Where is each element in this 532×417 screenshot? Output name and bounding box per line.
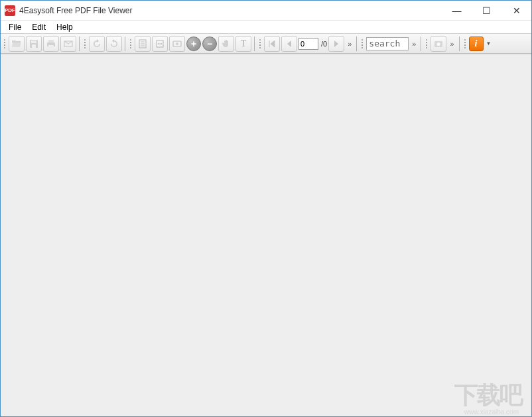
toolbar-grip[interactable] [3, 37, 7, 50]
fit-width-icon [155, 39, 165, 49]
overflow-chevron[interactable]: » [348, 40, 352, 48]
overflow-chevron[interactable]: » [450, 40, 454, 48]
titlebar: PDF 4Easysoft Free PDF File Viewer — ☐ ✕ [1, 1, 531, 21]
snapshot-icon [433, 39, 444, 49]
toolbar-group-info: i ▼ [469, 37, 492, 51]
actual-size-icon [172, 39, 182, 49]
fit-width-button[interactable] [152, 36, 168, 52]
menu-bar: File Edit Help [1, 21, 531, 34]
overflow-chevron[interactable]: » [412, 40, 416, 48]
toolbar-grip[interactable] [425, 37, 429, 50]
zoom-out-button[interactable]: − [202, 37, 217, 51]
fit-page-icon [137, 39, 148, 49]
svg-rect-4 [48, 40, 54, 42]
application-window: PDF 4Easysoft Free PDF File Viewer — ☐ ✕… [0, 0, 532, 417]
save-icon [29, 39, 39, 49]
next-page-icon [331, 39, 342, 49]
plus-icon: + [191, 39, 196, 49]
text-icon: T [241, 39, 247, 49]
first-page-button[interactable] [264, 36, 280, 52]
separator [79, 37, 80, 51]
toolbar-grip[interactable] [84, 37, 87, 50]
print-icon [46, 39, 56, 49]
minus-icon: − [207, 39, 212, 49]
separator [254, 37, 255, 51]
mail-icon [63, 39, 74, 49]
toolbar-group-search: » [366, 37, 418, 50]
save-button[interactable] [26, 36, 42, 52]
rotate-left-icon [92, 39, 102, 49]
close-button[interactable]: ✕ [501, 1, 531, 20]
print-button[interactable] [43, 36, 59, 52]
fit-page-button[interactable] [135, 36, 151, 52]
menu-help[interactable]: Help [51, 21, 78, 33]
maximize-button[interactable]: ☐ [472, 1, 501, 20]
search-input[interactable] [366, 37, 409, 50]
rotate-left-button[interactable] [89, 36, 105, 52]
toolbar-group-view: + − T [135, 36, 251, 52]
text-select-button[interactable]: T [235, 36, 251, 52]
toolbar-group-file [9, 36, 76, 52]
info-button[interactable]: i [469, 37, 484, 51]
toolbar: + − T /0 » [1, 34, 531, 54]
rotate-right-button[interactable] [106, 36, 122, 52]
toolbar-grip[interactable] [129, 37, 133, 50]
document-viewport[interactable] [1, 54, 531, 416]
rotate-right-icon [109, 39, 119, 49]
window-title: 4Easysoft Free PDF File Viewer [19, 6, 442, 15]
menu-file[interactable]: File [3, 21, 27, 33]
folder-open-icon [11, 39, 22, 49]
app-icon: PDF [5, 5, 15, 16]
toolbar-group-nav: /0 » [264, 36, 354, 52]
svg-rect-1 [31, 41, 36, 43]
menu-edit[interactable]: Edit [27, 21, 51, 33]
minimize-button[interactable]: — [442, 1, 472, 20]
toolbar-grip[interactable] [259, 37, 262, 50]
hand-icon [221, 39, 232, 49]
prev-page-button[interactable] [281, 36, 297, 52]
separator [459, 37, 460, 51]
separator [125, 37, 125, 51]
svg-rect-2 [32, 44, 36, 48]
svg-point-15 [437, 42, 440, 46]
email-button[interactable] [60, 36, 76, 52]
svg-point-13 [176, 42, 178, 45]
toolbar-group-rotate [89, 36, 122, 52]
page-total-label: /0 [321, 40, 327, 48]
open-button[interactable] [9, 36, 25, 52]
snapshot-button[interactable] [431, 36, 446, 52]
prev-page-icon [284, 39, 295, 49]
toolbar-group-snapshot: » [431, 36, 456, 52]
actual-size-button[interactable] [169, 36, 185, 52]
window-controls: — ☐ ✕ [442, 1, 531, 20]
separator [356, 37, 357, 51]
hand-tool-button[interactable] [218, 36, 234, 52]
page-number-input[interactable] [299, 38, 318, 50]
separator [421, 37, 421, 51]
first-page-icon [267, 39, 277, 49]
svg-rect-5 [48, 45, 54, 48]
toolbar-grip[interactable] [361, 37, 364, 50]
dropdown-arrow-icon[interactable]: ▼ [486, 41, 492, 46]
next-page-button[interactable] [328, 36, 344, 52]
zoom-in-button[interactable]: + [186, 37, 201, 51]
toolbar-grip[interactable] [464, 37, 467, 50]
